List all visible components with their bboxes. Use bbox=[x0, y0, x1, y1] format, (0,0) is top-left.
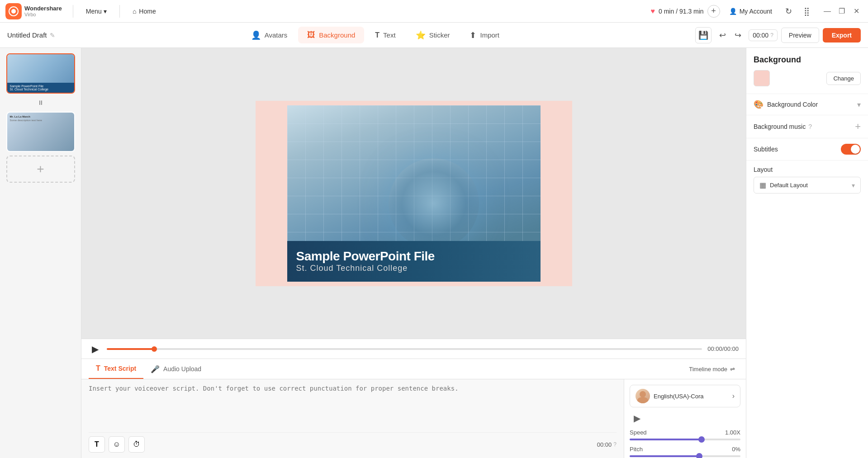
draft-title-text: Untitled Draft bbox=[7, 31, 47, 39]
add-music-button[interactable]: + bbox=[855, 121, 861, 132]
close-button[interactable]: ✕ bbox=[850, 5, 863, 18]
layout-label: Layout bbox=[754, 166, 861, 173]
sticker-icon: ⭐ bbox=[416, 30, 426, 40]
restore-button[interactable]: ❐ bbox=[835, 5, 848, 18]
time-display: 00:00 ? bbox=[749, 29, 778, 41]
emoji-button[interactable]: ☺ bbox=[109, 436, 125, 453]
preview-label: Preview bbox=[789, 32, 811, 39]
slide-item-2[interactable]: 2 Mr. La La March Some description text … bbox=[6, 112, 75, 152]
my-account-button[interactable]: 👤 My Account bbox=[724, 5, 778, 18]
undo-button[interactable]: ↩ bbox=[715, 28, 730, 42]
preview-button[interactable]: Preview bbox=[781, 28, 819, 43]
bg-music-help-icon[interactable]: ? bbox=[808, 123, 812, 130]
audio-upload-tab[interactable]: 🎤 Audio Upload bbox=[143, 359, 209, 379]
svg-point-2 bbox=[11, 9, 16, 14]
background-icon: 🖼 bbox=[307, 30, 315, 40]
minimize-button[interactable]: — bbox=[821, 5, 834, 18]
bg-color-section-row[interactable]: 🎨 Background Color ▾ bbox=[746, 94, 868, 115]
tab-import[interactable]: ⬆ Import bbox=[460, 27, 508, 44]
pitch-slider[interactable] bbox=[630, 455, 740, 457]
text-script-tab[interactable]: T Text Script bbox=[89, 359, 143, 379]
add-time-button[interactable]: + bbox=[707, 5, 720, 18]
subtitles-toggle[interactable] bbox=[841, 144, 861, 155]
edit-title-icon[interactable]: ✎ bbox=[50, 32, 55, 39]
text-format-icon: T bbox=[95, 440, 99, 449]
slide-thumbnail-2: Mr. La La March Some description text he… bbox=[7, 113, 74, 151]
bg-music-label-area: Background music ? bbox=[754, 123, 855, 130]
progress-fill bbox=[107, 348, 154, 350]
total-time: 00:00 bbox=[724, 345, 739, 352]
center-area: Sample PowerPoint File St. Cloud Technic… bbox=[81, 48, 746, 458]
canvas-content: Sample PowerPoint File St. Cloud Technic… bbox=[287, 105, 541, 282]
import-label: Import bbox=[480, 31, 499, 39]
export-label: Export bbox=[832, 32, 852, 39]
script-tabs: T Text Script 🎤 Audio Upload Timeline mo… bbox=[81, 359, 746, 379]
pitch-thumb bbox=[696, 453, 702, 458]
speed-slider[interactable] bbox=[630, 439, 740, 440]
progress-thumb bbox=[152, 346, 157, 352]
time-value: 00:00 bbox=[753, 32, 768, 39]
speed-header: Speed 1.00X bbox=[630, 429, 740, 436]
speed-value: 1.00X bbox=[725, 429, 740, 436]
bg-color-label: Background Color bbox=[767, 101, 857, 108]
pitch-header: Pitch 0% bbox=[630, 446, 740, 453]
background-section: Background Change bbox=[746, 48, 868, 94]
tab-background[interactable]: 🖼 Background bbox=[298, 27, 364, 43]
voice-arrow-icon: › bbox=[732, 392, 735, 400]
refresh-button[interactable]: ↻ bbox=[781, 4, 796, 19]
logo-text: Wondershare Virbo bbox=[24, 5, 62, 18]
add-slide-button[interactable]: + bbox=[6, 156, 75, 183]
background-section-label: Background bbox=[754, 55, 861, 65]
script-text-area: T ☺ ⏱ 00:00 ? bbox=[81, 379, 624, 458]
right-panel: Background Change 🎨 Background Color ▾ B… bbox=[746, 48, 868, 458]
bg-color-chevron-icon: ▾ bbox=[857, 100, 861, 109]
layout-chevron-icon: ▾ bbox=[852, 182, 855, 189]
sticker-label: Sticker bbox=[429, 31, 450, 39]
slide-thumb-bg-2: Mr. La La March Some description text he… bbox=[7, 113, 74, 151]
progress-track[interactable] bbox=[107, 348, 702, 350]
undo-icon: ↩ bbox=[719, 30, 726, 40]
divider-2 bbox=[119, 5, 120, 18]
layout-select[interactable]: ▦ Default Layout ▾ bbox=[754, 177, 861, 194]
timeline-mode-label: Timeline mode bbox=[689, 366, 727, 373]
tab-text[interactable]: T Text bbox=[366, 28, 404, 43]
speed-fill bbox=[630, 439, 702, 440]
slide-item-1[interactable]: 1 ··· Sample PowerPoint FileSt. Cloud Te… bbox=[6, 53, 75, 94]
layout-select-text: Default Layout bbox=[770, 182, 848, 189]
undo-redo-group: ↩ ↪ bbox=[715, 28, 745, 42]
script-textarea[interactable] bbox=[89, 385, 617, 432]
voice-play-button[interactable]: ▶ bbox=[630, 413, 644, 424]
voice-selector[interactable]: English(USA)-Cora › bbox=[630, 385, 740, 407]
home-button[interactable]: ⌂ Home bbox=[127, 5, 161, 18]
speed-label: Speed bbox=[630, 429, 647, 436]
tab-avatars[interactable]: 👤 Avatars bbox=[242, 27, 297, 44]
audio-upload-icon: 🎤 bbox=[151, 365, 160, 373]
change-button[interactable]: Change bbox=[826, 72, 861, 85]
grid-button[interactable]: ⣿ bbox=[799, 4, 814, 19]
avatars-icon: 👤 bbox=[251, 30, 261, 40]
grid-icon: ⣿ bbox=[804, 6, 810, 16]
clock-button[interactable]: ⏱ bbox=[128, 436, 145, 453]
bg-color-swatch[interactable] bbox=[754, 70, 770, 86]
redo-button[interactable]: ↪ bbox=[730, 28, 745, 42]
timeline-mode-button[interactable]: Timeline mode ⇌ bbox=[685, 363, 739, 375]
script-area: T Text Script 🎤 Audio Upload Timeline mo… bbox=[81, 359, 746, 458]
window-controls: — ❐ ✕ bbox=[821, 5, 863, 18]
export-button[interactable]: Export bbox=[823, 28, 861, 42]
time-help-icon: ? bbox=[770, 32, 773, 38]
play-button[interactable]: ▶ bbox=[89, 343, 101, 355]
play-icon: ▶ bbox=[92, 344, 99, 354]
text-format-button[interactable]: T bbox=[89, 436, 105, 453]
duration-area: ♥ 0 min / 91.3 min + bbox=[651, 5, 720, 18]
avatars-label: Avatars bbox=[265, 31, 288, 39]
slide-controls-1: ⏸ bbox=[36, 97, 46, 108]
current-time: 00:00 bbox=[707, 345, 722, 352]
home-icon: ⌂ bbox=[133, 8, 136, 15]
tab-sticker[interactable]: ⭐ Sticker bbox=[407, 27, 459, 44]
timeline-mode-icon: ⇌ bbox=[730, 366, 735, 373]
canvas-area: Sample PowerPoint File St. Cloud Technic… bbox=[81, 48, 746, 339]
svg-point-4 bbox=[637, 397, 648, 403]
save-button[interactable]: 💾 bbox=[695, 27, 711, 43]
menu-button[interactable]: Menu ▾ bbox=[81, 5, 112, 18]
subtitles-label: Subtitles bbox=[754, 146, 841, 153]
